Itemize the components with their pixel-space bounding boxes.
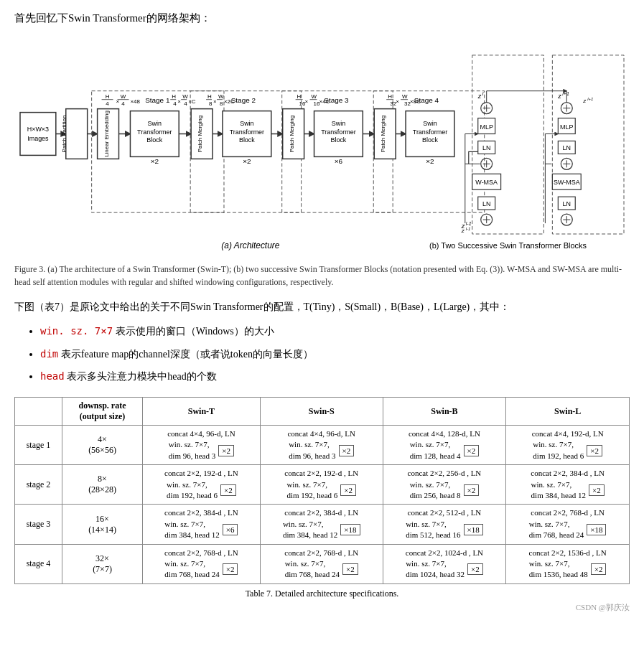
list-item-win: win. sz. 7×7 表示使用的窗口（Windows）的大小 (40, 323, 630, 340)
svg-text:Transformer: Transformer (137, 128, 172, 136)
stage-label: stage 3 (15, 505, 62, 544)
model-cell-swinL: concat 4×4, 192-d, LNwin. sz. 7×7,dim 19… (506, 426, 630, 465)
svg-text:×C: ×C (188, 98, 196, 105)
svg-text:MLP: MLP (560, 123, 573, 131)
svg-text:l-1: l-1 (466, 227, 471, 231)
svg-text:LN: LN (563, 200, 571, 207)
svg-text:W: W (121, 93, 126, 100)
svg-text:(b) Two Successive Swin Transf: (b) Two Successive Swin Transformer Bloc… (429, 241, 587, 250)
svg-text:Block: Block (330, 136, 346, 144)
svg-text:Stage 2: Stage 2 (231, 96, 256, 104)
svg-text:W: W (312, 93, 317, 100)
description-intro: 下图（表7）是原论文中给出的关于不同Swin Transformer的配置，T(… (14, 299, 630, 316)
svg-text:z: z (461, 228, 465, 234)
table-section: downsp. rate(output size) Swin-T Swin-S … (14, 397, 630, 599)
rate-label: 4×(56×56) (62, 426, 143, 465)
svg-text:LN: LN (482, 200, 490, 207)
stage-label: stage 2 (15, 465, 62, 505)
svg-text:×6: ×6 (335, 157, 343, 165)
page-title: 首先回忆下Swin Transformer的网络架构： (14, 11, 630, 25)
svg-text:z: z (582, 98, 586, 104)
svg-text:Patch Merging: Patch Merging (380, 116, 386, 152)
col-header-rate: downsp. rate(output size) (62, 398, 143, 426)
svg-rect-3 (20, 113, 56, 156)
svg-text:H: H (297, 93, 302, 100)
svg-text:W-MSA: W-MSA (475, 179, 498, 186)
model-cell-swinS: concat 2×2, 384-d , LNwin. sz. 7×7,dim 3… (260, 505, 383, 544)
architecture-table: downsp. rate(output size) Swin-T Swin-S … (14, 397, 630, 584)
svg-text:Block: Block (422, 136, 438, 144)
svg-text:l+1: l+1 (562, 91, 569, 96)
col-header-swins: Swin-S (260, 398, 383, 426)
svg-text:×: × (177, 98, 181, 105)
svg-text:8: 8 (220, 100, 223, 107)
table-row: stage 316×(14×14)concat 2×2, 384-d , LNw… (15, 505, 630, 544)
svg-text:l+1: l+1 (587, 97, 593, 101)
stage-label: stage 4 (15, 544, 62, 583)
model-cell-swinT: concat 4×4, 96-d, LNwin. sz. 7×7,dim 96,… (142, 426, 260, 465)
svg-text:×: × (396, 98, 399, 105)
svg-text:Images: Images (27, 135, 49, 142)
figure-caption: Figure 3. (a) The architecture of a Swin… (14, 263, 630, 289)
model-cell-swinT: concat 2×2, 192-d , LNwin. sz. 7×7,dim 1… (142, 465, 260, 505)
svg-rect-7 (66, 109, 88, 159)
svg-text:W: W (218, 93, 224, 100)
model-cell-swinS: concat 4×4, 96-d, LNwin. sz. 7×7,dim 96,… (260, 426, 383, 465)
svg-text:W: W (182, 93, 188, 100)
rate-label: 32×(7×7) (62, 544, 143, 583)
svg-text:Patch Partition: Patch Partition (61, 116, 67, 153)
svg-text:LN: LN (482, 144, 490, 151)
model-cell-swinL: concat 2×2, 1536-d , LNwin. sz. 7×7,dim … (506, 544, 630, 583)
svg-text:H: H (106, 93, 110, 100)
svg-text:4: 4 (173, 100, 177, 107)
table-caption: Table 7. Detailed architecture specifica… (14, 589, 630, 599)
model-cell-swinS: concat 2×2, 768-d , LNwin. sz. 7×7,dim 7… (260, 544, 383, 583)
table-row: stage 432×(7×7)concat 2×2, 768-d , LNwin… (15, 544, 630, 583)
svg-text:4: 4 (184, 100, 187, 107)
svg-text:Swin: Swin (332, 120, 345, 127)
stage-label: stage 1 (15, 426, 62, 465)
bullet-list: win. sz. 7×7 表示使用的窗口（Windows）的大小 dim 表示f… (40, 323, 630, 385)
svg-text:Transformer: Transformer (413, 128, 447, 136)
col-header-swint: Swin-T (142, 398, 260, 426)
svg-text:×2: ×2 (426, 157, 434, 165)
model-cell-swinL: concat 2×2, 384-d , LNwin. sz. 7×7,dim 3… (506, 465, 630, 505)
svg-text:Transformer: Transformer (230, 128, 264, 136)
svg-text:×2C: ×2C (224, 98, 235, 105)
svg-text:LN: LN (563, 144, 571, 151)
col-header-swinl: Swin-L (506, 398, 630, 426)
table-row: stage 28×(28×28)concat 2×2, 192-d , LNwi… (15, 465, 630, 505)
svg-text:×2: ×2 (151, 157, 159, 165)
svg-text:H×W×3: H×W×3 (27, 126, 49, 133)
svg-text:×: × (116, 98, 120, 105)
svg-text:Patch Merging: Patch Merging (197, 116, 203, 152)
svg-text:×2: ×2 (243, 157, 251, 165)
svg-text:H: H (207, 93, 212, 100)
col-header-swinb: Swin-B (383, 398, 506, 426)
svg-text:×: × (213, 98, 217, 105)
svg-text:l-1: l-1 (466, 221, 472, 226)
svg-text:Patch Merging: Patch Merging (289, 116, 295, 152)
svg-text:H: H (388, 93, 392, 100)
svg-text:×48: ×48 (130, 98, 140, 105)
model-cell-swinS: concat 2×2, 192-d , LNwin. sz. 7×7,dim 1… (260, 465, 383, 505)
svg-text:×8C: ×8C (410, 98, 421, 105)
svg-text:Swin: Swin (423, 120, 437, 127)
svg-text:Block: Block (146, 136, 162, 144)
model-cell-swinT: concat 2×2, 384-d , LNwin. sz. 7×7,dim 3… (142, 505, 260, 544)
svg-text:×4C: ×4C (319, 98, 330, 105)
svg-text:Linear Embedding: Linear Embedding (103, 111, 110, 157)
table-row: stage 14×(56×56)concat 4×4, 96-d, LNwin.… (15, 426, 630, 465)
watermark: CSDN @郭庆汝 (14, 602, 630, 613)
list-item-dim: dim 表示feature map的channel深度（或者说token的向量长… (40, 346, 630, 363)
svg-text:Swin: Swin (148, 120, 162, 127)
svg-text:4: 4 (106, 100, 109, 107)
svg-text:Transformer: Transformer (321, 128, 355, 136)
svg-text:Block: Block (239, 136, 255, 144)
rate-label: 8×(28×28) (62, 465, 143, 505)
svg-text:H: H (172, 93, 176, 100)
svg-text:W: W (402, 93, 408, 100)
svg-text:MLP: MLP (480, 123, 493, 131)
model-cell-swinB: concat 2×2, 1024-d , LNwin. sz. 7×7,dim … (383, 544, 506, 583)
model-cell-swinB: concat 2×2, 256-d , LNwin. sz. 7×7,dim 2… (383, 465, 506, 505)
